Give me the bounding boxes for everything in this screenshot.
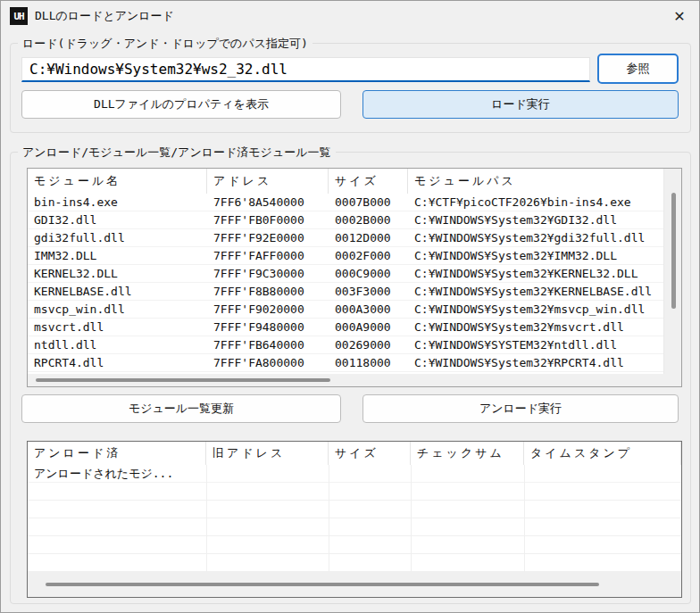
table-cell: C:¥WINDOWS¥System32¥msvcrt.dll — [408, 319, 663, 335]
unloaded-module-list[interactable]: アンロード済旧アドレスサイズチェックサムタイムスタンプ アンロードされたモジ..… — [27, 441, 682, 598]
table-cell: C:¥WINDOWS¥System32¥RPCRT4.dll — [408, 354, 663, 371]
table-cell: KERNEL32.DLL — [28, 265, 207, 282]
table-cell: 0007B000 — [329, 194, 408, 211]
table-cell: 7FFF'FAFF0000 — [207, 247, 329, 264]
grid-line — [206, 465, 207, 572]
modules-groupbox: アンロード/モジュール一覧/アンロード済モジュール一覧 モジュール名アドレスサイ… — [10, 152, 691, 604]
horizontal-scroll-thumb[interactable] — [46, 583, 599, 586]
column-header[interactable]: タイムスタンプ — [524, 442, 681, 465]
browse-button[interactable]: 参照 — [597, 54, 679, 84]
table-row[interactable]: gdi32full.dll7FFF'F92E00000012D000C:¥WIN… — [28, 229, 663, 247]
table-cell: 7FFF'F92E0000 — [207, 229, 329, 246]
table-cell: 7FFF'F9480000 — [207, 319, 329, 335]
table-row[interactable]: アンロードされたモジ... — [28, 465, 681, 483]
module-list-body: bin-ins4.exe7FF6'8A5400000007B000C:¥CTF¥… — [28, 194, 663, 374]
table-cell: C:¥CTF¥picoCTF2026¥bin-ins4.exe — [408, 194, 663, 211]
table-cell: 7FF6'8A540000 — [207, 194, 329, 211]
table-row[interactable]: IMM32.DLL7FFF'FAFF00000002F000C:¥WINDOWS… — [28, 247, 663, 265]
window-title: DLLのロードとアンロード — [35, 1, 174, 31]
table-row[interactable]: RPCRT4.dll7FFF'FA80000000118000C:¥WINDOW… — [28, 354, 663, 372]
module-list-vertical-scrollbar[interactable] — [663, 169, 681, 374]
table-cell — [524, 465, 681, 482]
table-cell — [411, 465, 524, 482]
table-cell: C:¥WINDOWS¥System32¥KERNEL32.DLL — [408, 265, 663, 282]
table-row[interactable]: KERNELBASE.dll7FFF'F8B80000003F3000C:¥WI… — [28, 283, 663, 301]
table-row[interactable]: GDI32.dll7FFF'FB0F00000002B000C:¥WINDOWS… — [28, 211, 663, 229]
table-row[interactable]: msvcrt.dll7FFF'F9480000000A9000C:¥WINDOW… — [28, 319, 663, 336]
horizontal-scroll-thumb[interactable] — [36, 378, 330, 382]
column-header[interactable]: アドレス — [207, 169, 329, 194]
browse-button-label: 参照 — [627, 61, 650, 77]
table-cell: 0002B000 — [329, 211, 408, 228]
unloaded-list-body: アンロードされたモジ... — [28, 465, 681, 572]
load-groupbox: ロード(ドラッグ・アンド・ドロップでのパス指定可) 参照 DLLファイルのプロパ… — [10, 43, 691, 133]
app-icon: UH — [10, 7, 28, 25]
table-cell: 7FFF'FA800000 — [207, 354, 329, 371]
module-list[interactable]: モジュール名アドレスサイズモジュールパス bin-ins4.exe7FF6'8A… — [27, 168, 682, 387]
load-groupbox-label: ロード(ドラッグ・アンド・ドロップでのパス指定可) — [18, 36, 312, 51]
table-cell: GDI32.dll — [28, 211, 207, 228]
column-header[interactable]: チェックサム — [411, 442, 524, 465]
table-cell: IMM32.DLL — [28, 247, 207, 264]
module-list-header: モジュール名アドレスサイズモジュールパス — [28, 169, 681, 194]
table-cell — [206, 465, 329, 482]
dialog-window: UH DLLのロードとアンロード ✕ ロード(ドラッグ・アンド・ドロップでのパス… — [0, 0, 700, 613]
table-cell: C:¥WINDOWS¥System32¥KERNELBASE.dll — [408, 283, 663, 300]
table-cell: msvcp_win.dll — [28, 301, 207, 318]
dll-path-input[interactable] — [21, 57, 590, 82]
refresh-module-list-button[interactable]: モジュール一覧更新 — [21, 394, 341, 423]
unloaded-list-header: アンロード済旧アドレスサイズチェックサムタイムスタンプ — [28, 442, 681, 465]
column-header[interactable]: モジュール名 — [28, 169, 207, 194]
table-cell: 7FFF'FB640000 — [207, 336, 329, 353]
close-icon: ✕ — [673, 8, 685, 25]
close-button[interactable]: ✕ — [667, 5, 692, 27]
table-cell: C:¥WINDOWS¥System32¥gdi32full.dll — [408, 229, 663, 246]
vertical-scroll-thumb[interactable] — [671, 193, 676, 309]
load-execute-label: ロード実行 — [491, 96, 550, 112]
table-cell: 003F3000 — [329, 283, 408, 300]
load-execute-button[interactable]: ロード実行 — [362, 90, 679, 119]
column-header[interactable]: サイズ — [329, 442, 411, 465]
table-row[interactable]: bin-ins4.exe7FF6'8A5400000007B000C:¥CTF¥… — [28, 194, 663, 211]
column-header[interactable]: アンロード済 — [28, 442, 206, 465]
grid-line — [329, 465, 329, 572]
table-cell: msvcrt.dll — [28, 319, 207, 335]
table-cell: 000A9000 — [329, 319, 408, 335]
table-cell: bin-ins4.exe — [28, 194, 207, 211]
table-cell: 7FFF'F9C30000 — [207, 265, 329, 282]
column-header[interactable]: 旧アドレス — [206, 442, 329, 465]
unload-execute-label: アンロード実行 — [479, 401, 562, 417]
show-dll-properties-label: DLLファイルのプロパティを表示 — [94, 96, 269, 112]
table-cell: 7FFF'F8B80000 — [207, 283, 329, 300]
refresh-module-list-label: モジュール一覧更新 — [129, 401, 234, 417]
modules-groupbox-label: アンロード/モジュール一覧/アンロード済モジュール一覧 — [18, 145, 336, 160]
table-cell: 00269000 — [329, 336, 408, 353]
table-cell: KERNELBASE.dll — [28, 283, 207, 300]
table-cell: C:¥WINDOWS¥SYSTEM32¥ntdll.dll — [408, 336, 663, 353]
table-cell: 000A3000 — [329, 301, 408, 318]
table-row[interactable]: KERNEL32.DLL7FFF'F9C30000000C9000C:¥WIND… — [28, 265, 663, 283]
table-cell — [329, 465, 411, 482]
module-list-horizontal-scrollbar[interactable] — [28, 374, 681, 386]
table-cell: 7FFF'FB0F0000 — [207, 211, 329, 228]
table-cell: ntdll.dll — [28, 336, 207, 353]
table-cell: 0002F000 — [329, 247, 408, 264]
table-cell: C:¥WINDOWS¥System32¥IMM32.DLL — [408, 247, 663, 264]
grid-line — [524, 465, 525, 572]
grid-line — [411, 465, 412, 572]
column-header[interactable]: モジュールパス — [408, 169, 681, 194]
table-cell: 000C9000 — [329, 265, 408, 282]
title-bar: UH DLLのロードとアンロード ✕ — [1, 1, 699, 31]
unloaded-list-horizontal-scrollbar[interactable] — [28, 572, 681, 597]
table-cell: C:¥WINDOWS¥System32¥msvcp_win.dll — [408, 301, 663, 318]
show-dll-properties-button[interactable]: DLLファイルのプロパティを表示 — [21, 90, 341, 119]
table-cell: RPCRT4.dll — [28, 354, 207, 371]
table-cell: gdi32full.dll — [28, 229, 207, 246]
table-cell: 0012D000 — [329, 229, 408, 246]
table-row[interactable]: msvcp_win.dll7FFF'F9020000000A3000C:¥WIN… — [28, 301, 663, 319]
column-header[interactable]: サイズ — [329, 169, 408, 194]
table-cell: C:¥WINDOWS¥System32¥GDI32.dll — [408, 211, 663, 228]
table-cell: アンロードされたモジ... — [28, 465, 206, 482]
table-row[interactable]: ntdll.dll7FFF'FB64000000269000C:¥WINDOWS… — [28, 336, 663, 354]
unload-execute-button[interactable]: アンロード実行 — [362, 394, 679, 423]
